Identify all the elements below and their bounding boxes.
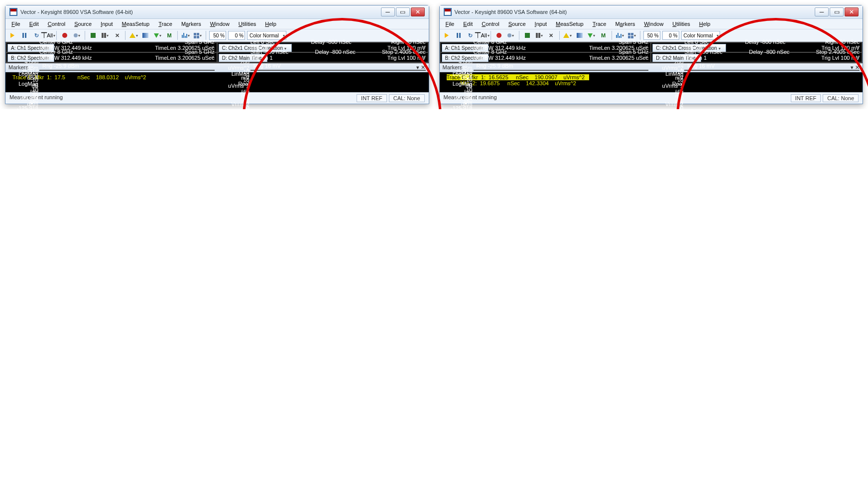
- app-window-right: Vector - Keysight 89600 VSA Software (64…: [439, 5, 864, 104]
- menu-markers[interactable]: Markers: [177, 20, 205, 28]
- app-icon: [444, 8, 452, 16]
- pane-d-range: Rng 16 mV: [253, 63, 281, 69]
- menu-file[interactable]: File: [442, 20, 459, 28]
- restart-icon: ↻: [34, 32, 39, 39]
- square-icon: [91, 33, 96, 38]
- pane-b-footer: Center 8 GHzRes BW 312.449 kHzSpan 5 GHz…: [39, 49, 215, 61]
- record-icon: [62, 33, 67, 38]
- pane-b[interactable]: B: Ch2 Spectrum ✕ Rng -25.9 dBm -25.918d…: [6, 53, 217, 62]
- square-icon: [525, 33, 530, 38]
- menu-input[interactable]: Input: [97, 20, 117, 28]
- menu-edit[interactable]: Edit: [459, 20, 477, 28]
- plot-grid: A: Ch1 Spectrum ✕ Rng 4.05 dBm 4.066dBmL…: [440, 42, 863, 63]
- menu-utilities[interactable]: Utilities: [668, 20, 694, 28]
- opacity2-input[interactable]: 0 %: [662, 31, 679, 40]
- pause-icon: [457, 33, 461, 38]
- title-text: Vector - Keysight 89600 VSA Software (64…: [455, 9, 815, 15]
- pane-d-plot[interactable]: [250, 70, 426, 71]
- bars-icon: [616, 33, 621, 38]
- minimize-button[interactable]: ─: [815, 7, 829, 16]
- markers-table: Trace C Mkr 1: 17.5 nSec 188.0312 uVrms^…: [5, 72, 429, 92]
- dot-icon: [74, 33, 78, 37]
- trigger-icon: ⏉: [41, 32, 47, 38]
- menu-edit[interactable]: Edit: [25, 20, 43, 28]
- dot-icon: [507, 33, 511, 37]
- gradient-icon: [142, 33, 148, 38]
- marker-icon: [154, 33, 159, 38]
- menu-control[interactable]: Control: [478, 20, 503, 28]
- menu-help[interactable]: Help: [695, 20, 715, 28]
- menu-input[interactable]: Input: [531, 20, 551, 28]
- gradient-icon: [577, 33, 583, 38]
- pane-d-plot[interactable]: [684, 70, 860, 71]
- status-cal: CAL: None: [389, 94, 425, 102]
- menu-utilities[interactable]: Utilities: [235, 20, 260, 28]
- grid-icon: [194, 33, 199, 38]
- menu-file[interactable]: File: [7, 20, 24, 28]
- pane-b-plot[interactable]: [474, 70, 649, 71]
- play-icon: [10, 33, 14, 38]
- close-button[interactable]: ✕: [411, 7, 425, 16]
- plot-grid: A: Ch1 Spectrum ✕ Rng 4.05 dBm 4.066dBmL…: [5, 42, 429, 63]
- pane-b-range: Rng -25.9 dBm: [477, 63, 513, 69]
- bars-icon: [182, 33, 187, 38]
- status-intref: INT REF: [791, 94, 821, 102]
- menu-window[interactable]: Window: [640, 20, 667, 28]
- menu-markers[interactable]: Markers: [611, 20, 639, 28]
- pane-b[interactable]: B: Ch2 Spectrum ✕ Rng -25.9 dBm -25.918d…: [441, 53, 651, 62]
- split-icon: [102, 33, 106, 38]
- restart-icon: ↻: [468, 32, 473, 39]
- statusbar: Measurement running INT REF CAL: None: [440, 92, 863, 104]
- pause-button[interactable]: [19, 30, 29, 40]
- marker-icon: [588, 33, 593, 38]
- menu-trace[interactable]: Trace: [154, 20, 176, 28]
- maximize-button[interactable]: ▭: [830, 7, 844, 16]
- record-icon: [496, 33, 501, 38]
- statusbar: Measurement running INT REF CAL: None: [5, 92, 429, 104]
- play-button[interactable]: [7, 30, 17, 40]
- menubar: File Edit Control Source Input MeasSetup…: [440, 19, 863, 29]
- pane-d-footer: Start -800 nSecTrig Ch 1Delay -800 nSecS…: [250, 49, 426, 61]
- m-icon: M: [601, 32, 606, 38]
- pane-b-range: Rng -25.9 dBm: [42, 63, 79, 69]
- play-button[interactable]: [442, 30, 452, 40]
- menu-trace[interactable]: Trace: [589, 20, 611, 28]
- app-icon: [9, 8, 17, 16]
- menu-source[interactable]: Source: [504, 20, 530, 28]
- trigger-icon: ⏉: [475, 32, 481, 38]
- status-cal: CAL: None: [823, 94, 859, 102]
- maximize-button[interactable]: ▭: [396, 7, 410, 16]
- app-window-left: Vector - Keysight 89600 VSA Software (64…: [5, 5, 429, 104]
- menubar: File Edit Control Source Input MeasSetup…: [5, 19, 429, 29]
- menu-source[interactable]: Source: [70, 20, 96, 28]
- play-icon: [445, 33, 449, 38]
- pause-button[interactable]: [454, 30, 464, 40]
- pane-d[interactable]: D: Ch2 Main Time ✕ Rng 16 mV 10mVReal2mV…: [651, 53, 862, 62]
- pane-d-range: Rng 16 mV: [687, 63, 715, 69]
- menu-control[interactable]: Control: [44, 20, 69, 28]
- markers-table: Trace C Mkr 1: 16.5625 nSec 190.0907 uVr…: [440, 72, 863, 92]
- pane-d[interactable]: D: Ch2 Main Time ✕ Rng 16 mV 10mVReal2mV…: [218, 53, 428, 62]
- close-button[interactable]: ✕: [845, 7, 859, 16]
- pane-b-footer: Center 8 GHzRes BW 312.449 kHzSpan 5 GHz…: [474, 49, 649, 61]
- titlebar: Vector - Keysight 89600 VSA Software (64…: [440, 5, 863, 19]
- m-icon: M: [167, 32, 171, 38]
- pause-icon: [22, 33, 26, 38]
- triangle-icon: [563, 33, 569, 38]
- menu-meassetup[interactable]: MeasSetup: [118, 20, 154, 28]
- menu-meassetup[interactable]: MeasSetup: [552, 20, 588, 28]
- split-icon: [536, 33, 540, 38]
- status-intref: INT REF: [357, 94, 387, 102]
- autoscale-icon: ✕: [115, 32, 120, 39]
- minimize-button[interactable]: ─: [381, 7, 395, 16]
- opacity2-input[interactable]: 0 %: [228, 31, 245, 40]
- menu-window[interactable]: Window: [206, 20, 234, 28]
- titlebar: Vector - Keysight 89600 VSA Software (64…: [5, 5, 429, 19]
- menu-help[interactable]: Help: [261, 20, 280, 28]
- title-text: Vector - Keysight 89600 VSA Software (64…: [20, 9, 381, 15]
- grid-icon: [628, 33, 633, 38]
- pane-b-plot[interactable]: [39, 70, 215, 71]
- pane-d-footer: Start -800 nSecTrig Ch 1Delay -800 nSecS…: [684, 49, 860, 61]
- autoscale-icon: ✕: [549, 32, 553, 39]
